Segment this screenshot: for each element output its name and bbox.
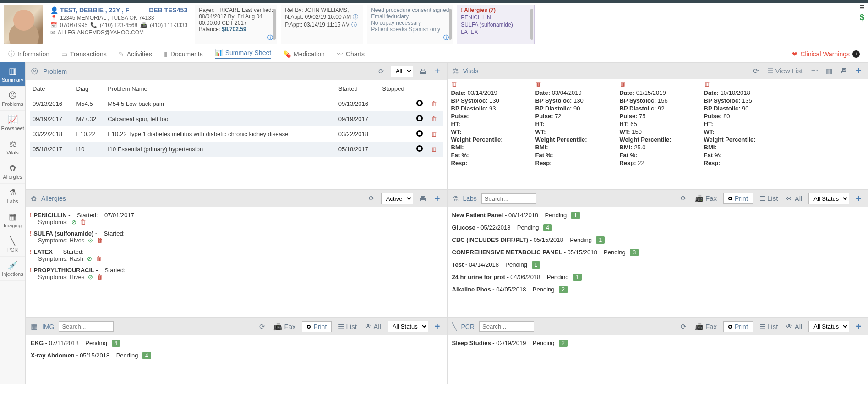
tab-summary-sheet[interactable]: 📊Summary Sheet <box>215 49 271 59</box>
ok-icon[interactable]: ⊘ <box>87 255 92 262</box>
calendar-icon: 📅 <box>50 22 57 28</box>
all-toggle[interactable]: 👁 All <box>784 323 804 330</box>
list-item[interactable]: New Patient Panel - 08/14/2018 Pending 1 <box>451 209 864 221</box>
sidebar-item-problems[interactable]: ☹Problems <box>0 87 25 111</box>
sidebar-item-vitals[interactable]: ⚖Vitals <box>0 135 25 159</box>
fax-button[interactable]: 📠 Fax <box>693 323 719 331</box>
add-pcr-button[interactable]: + <box>854 321 863 332</box>
ok-icon[interactable]: ⊘ <box>71 219 76 225</box>
list-item[interactable]: Glucose - 05/22/2018 Pending 4 <box>451 221 864 234</box>
list-item[interactable]: 24 hr urine for prot - 04/06/2018 Pendin… <box>451 271 864 283</box>
list-item[interactable]: CBC (INCLUDES DIFF/PLT) - 05/15/2018 Pen… <box>451 234 864 246</box>
list-item[interactable]: Alkaline Phos - 04/05/2018 Pending 2 <box>451 283 864 296</box>
list-item[interactable]: Test - 04/14/2018 Pending 1 <box>451 258 864 271</box>
stop-button[interactable] <box>416 130 423 137</box>
menu-icon[interactable]: ≡ <box>859 5 864 10</box>
ok-icon[interactable]: ⊘ <box>88 237 93 244</box>
stop-button[interactable] <box>416 100 423 106</box>
refresh-icon[interactable]: ⟳ <box>367 194 377 203</box>
tab-medication[interactable]: 💊Medication <box>283 50 325 58</box>
table-row[interactable]: 09/19/2017M77.32Calcaneal spur, left foo… <box>30 111 443 126</box>
add-lab-button[interactable]: + <box>854 193 863 204</box>
refresh-icon[interactable]: ⟳ <box>377 67 386 76</box>
sidebar-item-allergies[interactable]: ✿Allergies <box>0 159 25 184</box>
all-toggle[interactable]: 👁 All <box>784 195 804 203</box>
img-search-input[interactable] <box>59 321 114 332</box>
list-button[interactable]: ☰ List <box>336 323 359 331</box>
fax-button[interactable]: 📠 Fax <box>693 194 719 203</box>
sidebar-item-injections[interactable]: 💉Injections <box>0 257 25 281</box>
list-item[interactable]: X-ray Abdomen - 05/15/2018 Pending 4 <box>30 349 443 362</box>
info-icon[interactable]: ⓘ <box>353 14 358 20</box>
sidebar-item-flowsheet[interactable]: 📈Flowsheet <box>0 111 25 135</box>
pcr-status-select[interactable]: All Status <box>808 321 849 332</box>
problem-filter-select[interactable]: All <box>391 66 413 77</box>
info-icon[interactable]: ⓘ <box>443 34 449 42</box>
tab-charts[interactable]: 〰Charts <box>337 50 365 58</box>
tab-activities[interactable]: ✎Activities <box>119 50 152 58</box>
print-icon[interactable]: 🖶 <box>418 195 428 203</box>
tab-documents[interactable]: ▮Documents <box>164 50 203 58</box>
refresh-icon[interactable]: ⟳ <box>257 323 267 331</box>
all-toggle[interactable]: 👁 All <box>363 323 383 330</box>
stop-button[interactable] <box>416 115 423 121</box>
trash-icon[interactable]: 🗑 <box>97 274 103 280</box>
trash-icon[interactable]: 🗑 <box>451 81 524 88</box>
list-button[interactable]: ☰ List <box>758 323 780 331</box>
labs-status-select[interactable]: All Status <box>808 193 849 204</box>
table-row[interactable]: 03/22/2018E10.22E10.22 Type 1 diabetes m… <box>30 126 443 142</box>
add-warning-icon[interactable]: + <box>852 50 860 58</box>
print-icon[interactable]: 🖶 <box>418 67 428 75</box>
list-button[interactable]: ☰ List <box>758 194 780 203</box>
trash-icon[interactable]: 🗑 <box>620 81 693 88</box>
refresh-icon[interactable]: ⟳ <box>751 67 761 75</box>
trash-icon[interactable]: 🗑 <box>80 219 86 225</box>
list-item[interactable]: Sleep Studies - 02/19/2019 Pending 2 <box>451 337 864 349</box>
list-item[interactable]: EKG - 07/11/2018 Pending 4 <box>30 337 443 349</box>
refresh-icon[interactable]: ⟳ <box>679 194 688 203</box>
img-status-select[interactable]: All Status <box>388 321 428 332</box>
add-problem-button[interactable]: + <box>433 66 442 77</box>
sidebar-item-imaging[interactable]: ▦Imaging <box>0 208 25 232</box>
trash-icon[interactable]: 🗑 <box>431 100 437 107</box>
table-row[interactable]: 09/13/2016M54.5M54.5 Low back pain09/13/… <box>30 96 443 112</box>
fax-button[interactable]: 📠 Fax <box>272 323 297 331</box>
syringe-icon: 💉 <box>1 260 24 270</box>
list-item[interactable]: COMPREHENSIVE METABOLIC PANEL - 05/15/20… <box>451 246 864 258</box>
sidebar-item-labs[interactable]: ⚗Labs <box>0 184 25 208</box>
sidebar-item-summary[interactable]: ▥Summary <box>0 62 25 87</box>
refresh-icon[interactable]: ⟳ <box>679 323 688 331</box>
line-chart-icon[interactable]: 〰 <box>809 67 819 75</box>
print-button[interactable]: Print <box>723 321 753 332</box>
view-list-button[interactable]: ☰ View List <box>765 67 804 75</box>
print-icon[interactable]: 🖶 <box>839 67 849 75</box>
add-vitals-button[interactable]: + <box>854 66 863 76</box>
tab-information[interactable]: ⓘInformation <box>8 50 49 58</box>
stop-button[interactable] <box>416 145 423 152</box>
bar-chart-icon[interactable]: ▥ <box>824 67 834 75</box>
trash-icon[interactable]: 🗑 <box>96 255 102 262</box>
trash-icon[interactable]: 🗑 <box>431 146 437 153</box>
sidebar-item-pcr[interactable]: ╲PCR <box>0 232 25 257</box>
allergy-filter-select[interactable]: Active <box>381 193 413 204</box>
tab-transactions[interactable]: ▭Transactions <box>61 50 107 58</box>
ok-icon[interactable]: ⊘ <box>88 274 93 280</box>
info-icon[interactable]: ⓘ <box>267 34 273 42</box>
pcr-search-input[interactable] <box>479 321 534 332</box>
labs-search-input[interactable] <box>481 193 536 204</box>
pin-icon: 📍 <box>50 15 57 21</box>
billing-icon[interactable]: $ <box>860 13 864 22</box>
print-button[interactable]: Print <box>723 193 753 204</box>
table-row[interactable]: 05/18/2017I10I10 Essential (primary) hyp… <box>30 142 443 157</box>
print-button[interactable]: Print <box>302 321 332 332</box>
patient-avatar[interactable] <box>4 5 43 44</box>
trash-icon[interactable]: 🗑 <box>431 131 437 137</box>
info-icon[interactable]: ⓘ <box>351 22 357 28</box>
trash-icon[interactable]: 🗑 <box>431 115 437 122</box>
trash-icon[interactable]: 🗑 <box>97 237 103 244</box>
trash-icon[interactable]: 🗑 <box>704 81 777 88</box>
add-allergy-button[interactable]: + <box>433 193 442 204</box>
trash-icon[interactable]: 🗑 <box>535 81 609 88</box>
clinical-warnings[interactable]: ❤Clinical Warnings+ <box>792 50 860 58</box>
add-img-button[interactable]: + <box>433 321 442 332</box>
